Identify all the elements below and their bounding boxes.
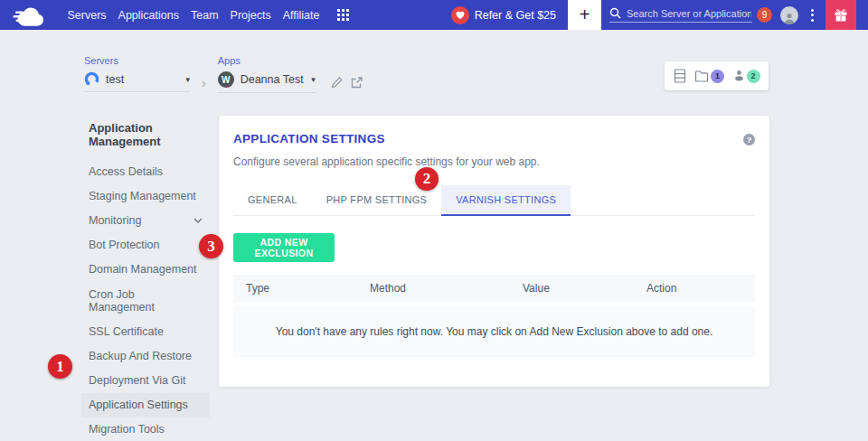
sidebar-item-domain-management[interactable]: Domain Management <box>81 258 210 282</box>
app-selector[interactable]: W Deanna Test ▾ <box>218 71 316 93</box>
sidebar-item-label: Staging Management <box>89 190 196 202</box>
sidebar-title: Application Management <box>81 121 210 148</box>
top-navbar: Servers Applications Team Projects Affil… <box>0 0 868 30</box>
cloudways-logo-icon[interactable] <box>13 5 49 26</box>
apps-label: Apps <box>218 55 316 66</box>
menu-item-affiliate[interactable]: Affiliate <box>277 9 326 22</box>
sidebar-item-label: Access Details <box>89 165 163 178</box>
settings-tabs: GENERAL PHP FPM SETTINGS VARNISH SETTING… <box>233 185 755 216</box>
chevron-down-icon <box>193 218 203 223</box>
panel-header: APPLICATION SETTINGS ? <box>233 132 755 145</box>
app-root: Servers Applications Team Projects Affil… <box>0 0 868 441</box>
annotation-marker-2: 2 <box>415 167 439 191</box>
sidebar-item-access-details[interactable]: Access Details <box>81 159 210 183</box>
team-count-badge: 2 <box>747 70 760 83</box>
app-name: Deanna Test <box>241 73 304 86</box>
application-settings-panel: APPLICATION SETTINGS ? Configure several… <box>219 116 769 387</box>
apps-grid-icon[interactable] <box>337 9 349 21</box>
notification-badge[interactable]: 9 <box>757 7 772 23</box>
column-header-value: Value <box>523 282 550 295</box>
tab-varnish-settings[interactable]: VARNISH SETTINGS <box>441 185 571 216</box>
context-status-card: 1 2 <box>665 61 769 90</box>
sidebar-item-staging-management[interactable]: Staging Management <box>81 183 210 208</box>
sidebar-item-label: Application Settings <box>89 399 188 411</box>
sidebar-item-bot-protection[interactable]: Bot Protection <box>81 233 210 258</box>
menu-item-team[interactable]: Team <box>184 9 224 22</box>
page-title: APPLICATION SETTINGS <box>233 132 385 145</box>
main-menu: Servers Applications Team Projects Affil… <box>61 9 326 22</box>
exclusions-table: Type Method Value Action You don't have … <box>233 275 755 357</box>
table-empty-state: You don't have any rules right now. You … <box>233 306 755 357</box>
chevron-down-icon: ▾ <box>311 75 316 84</box>
server-stack-icon[interactable] <box>674 69 686 83</box>
breadcrumb: Servers test ▾ › Apps W Deanna Test ▾ <box>84 55 363 93</box>
column-header-method: Method <box>370 282 406 295</box>
table-header-row: Type Method Value Action <box>233 275 755 302</box>
navbar-right: Refer & Get $25 + 9 <box>451 0 868 30</box>
sidebar-item-label: Deployment Via Git <box>89 374 185 387</box>
server-selector[interactable]: test ▾ <box>84 71 190 92</box>
column-header-type: Type <box>246 282 269 295</box>
app-selector-block: Apps W Deanna Test ▾ <box>218 55 316 93</box>
sidebar-item-migration-tools[interactable]: Migration Tools <box>81 418 210 441</box>
sidebar-item-application-settings[interactable]: Application Settings <box>81 393 210 418</box>
annotation-marker-1: 1 <box>48 354 72 379</box>
search-icon <box>609 7 621 19</box>
sidebar-item-monitoring[interactable]: Monitoring <box>81 208 210 232</box>
menu-item-applications[interactable]: Applications <box>112 9 184 22</box>
gift-icon[interactable] <box>826 0 856 30</box>
refer-link[interactable]: Refer & Get $25 <box>475 9 556 22</box>
sidebar-item-ssl-certificate[interactable]: SSL Certificate <box>81 319 210 343</box>
team-member-icon[interactable]: 2 <box>733 70 760 83</box>
projects-folder-icon[interactable]: 1 <box>694 70 724 83</box>
menu-item-servers[interactable]: Servers <box>61 9 112 22</box>
sidebar-item-deployment-via-git[interactable]: Deployment Via Git <box>81 369 210 393</box>
add-server-button[interactable]: + <box>568 0 601 30</box>
empty-state-text: You don't have any rules right now. You … <box>276 325 713 338</box>
avatar[interactable] <box>780 6 798 24</box>
sidebar-item-label: Backup And Restore <box>89 350 192 362</box>
annotation-marker-3: 3 <box>199 234 223 258</box>
menu-item-projects[interactable]: Projects <box>224 9 277 22</box>
servers-label: Servers <box>84 55 190 66</box>
edit-pencil-icon[interactable] <box>331 77 343 89</box>
server-selector-block: Servers test ▾ <box>84 55 190 92</box>
sidebar-item-label: Bot Protection <box>89 239 160 251</box>
column-header-action: Action <box>646 282 676 295</box>
server-name: test <box>106 73 124 86</box>
app-management-sidebar: Application Management Access Details St… <box>81 121 210 441</box>
breadcrumb-separator: › <box>202 55 206 90</box>
sidebar-item-label: Domain Management <box>89 263 197 276</box>
projects-count-badge: 1 <box>711 70 724 83</box>
sidebar-item-cron-job-management[interactable]: Cron Job Management <box>81 282 210 319</box>
page-subtitle: Configure several application specific s… <box>233 155 755 168</box>
sidebar-item-label: Cron Job Management <box>89 288 203 314</box>
sidebar-item-label: Monitoring <box>89 214 141 227</box>
heart-icon[interactable] <box>451 6 469 24</box>
sidebar-item-backup-and-restore[interactable]: Backup And Restore <box>81 343 210 368</box>
search-bar <box>609 7 752 23</box>
add-new-exclusion-button[interactable]: ADD NEW EXCLUSION <box>233 233 335 262</box>
search-input[interactable] <box>627 8 751 19</box>
help-icon[interactable]: ? <box>743 134 755 145</box>
sidebar-item-label: Migration Tools <box>89 423 165 436</box>
wordpress-icon: W <box>218 71 234 88</box>
chevron-down-icon: ▾ <box>185 75 190 84</box>
server-provider-icon <box>84 71 99 87</box>
tab-general[interactable]: GENERAL <box>233 185 312 215</box>
kebab-menu-icon[interactable] <box>808 6 816 24</box>
sidebar-item-label: SSL Certificate <box>89 325 164 338</box>
external-link-icon[interactable] <box>351 77 363 89</box>
